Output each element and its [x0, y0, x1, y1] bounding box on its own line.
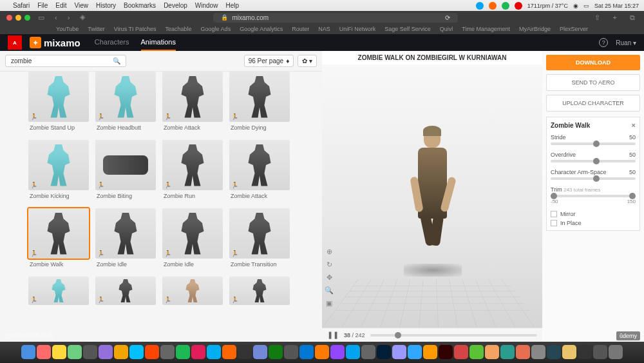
menu-view[interactable]: View: [74, 2, 88, 9]
dock-app-icon[interactable]: [562, 345, 576, 359]
animation-card[interactable]: 🏃Zombie Attack: [162, 72, 223, 133]
dock-app-icon[interactable]: [222, 345, 236, 359]
slider-track[interactable]: [551, 177, 636, 180]
slider-thumb[interactable]: [593, 141, 600, 147]
menu-history[interactable]: History: [96, 2, 116, 9]
dock-app-icon[interactable]: [609, 345, 623, 359]
bookmark-item[interactable]: YouTube: [56, 26, 79, 32]
dock-app-icon[interactable]: [207, 345, 221, 359]
dock-app-icon[interactable]: [52, 345, 66, 359]
tab-animations[interactable]: Animations: [141, 34, 176, 51]
slider-thumb[interactable]: [593, 175, 600, 182]
animation-card[interactable]: 🏃Zombie Biting: [95, 140, 156, 202]
dock-app-icon[interactable]: [547, 345, 561, 359]
bookmark-item[interactable]: NAS: [318, 26, 330, 32]
tabs-icon[interactable]: ⧉: [627, 14, 638, 22]
sidebar-toggle-icon[interactable]: ▭: [35, 14, 47, 22]
url-bar[interactable]: 🔒 mixamo.com ⟳: [213, 13, 458, 23]
datetime[interactable]: Sat 25 Mar 15:27: [594, 3, 639, 9]
mirror-checkbox[interactable]: Mirror: [551, 211, 636, 217]
globe-tool-icon[interactable]: ⊕: [325, 248, 334, 257]
dock-app-icon[interactable]: [439, 345, 453, 359]
animation-card[interactable]: 🏃Zombie Dying: [229, 72, 290, 133]
shield-icon[interactable]: ◈: [77, 13, 88, 23]
battery-icon[interactable]: ▭: [583, 3, 589, 9]
bookmark-item[interactable]: Quivl: [440, 26, 453, 32]
fan-temp-status[interactable]: 1711rpm / 37°C: [527, 3, 568, 9]
dock-app-icon[interactable]: [346, 345, 360, 359]
app-name[interactable]: Safari: [13, 2, 30, 9]
user-menu[interactable]: Ruan ▾: [616, 39, 636, 46]
animation-card[interactable]: 🏃Zombie Transition: [229, 208, 290, 270]
tab-characters[interactable]: Characters: [95, 34, 129, 51]
dock-app-icon[interactable]: [299, 345, 314, 359]
dock-app-icon[interactable]: [408, 345, 422, 359]
pause-button[interactable]: ❚❚: [327, 331, 339, 339]
animation-card[interactable]: 🏃Zombie Kicking: [28, 140, 89, 202]
slider-thumb[interactable]: [593, 158, 600, 164]
rotate-tool-icon[interactable]: ↻: [325, 260, 334, 270]
dock-app-icon[interactable]: [578, 345, 592, 359]
dock-app-icon[interactable]: [361, 345, 375, 359]
status-icon[interactable]: [489, 2, 497, 10]
dock-app-icon[interactable]: [253, 345, 267, 359]
adobe-logo[interactable]: A: [8, 35, 22, 50]
dock-app-icon[interactable]: [392, 345, 406, 359]
bookmark-item[interactable]: Twitter: [88, 26, 105, 32]
animation-card[interactable]: 🏃Zombie Stand Up: [28, 72, 89, 133]
dock-app-icon[interactable]: [269, 345, 283, 359]
animation-card[interactable]: 🏃Zombie Run: [162, 140, 223, 202]
dock-app-icon[interactable]: [238, 345, 252, 359]
dock-app-icon[interactable]: [423, 345, 437, 359]
bookmark-item[interactable]: Google Ads: [201, 26, 231, 32]
new-tab-icon[interactable]: +: [611, 14, 620, 21]
pan-tool-icon[interactable]: ✥: [325, 273, 334, 282]
trim-slider[interactable]: [551, 195, 636, 197]
dock-app-icon[interactable]: [83, 345, 97, 359]
dock-app-icon[interactable]: [99, 345, 113, 359]
refresh-icon[interactable]: ⟳: [445, 14, 450, 21]
dock-app-icon[interactable]: [129, 345, 144, 359]
dock-app-icon[interactable]: [516, 345, 530, 359]
upload-character-button[interactable]: UPLOAD CHARACTER: [546, 95, 640, 112]
menu-develop[interactable]: Develop: [164, 2, 187, 9]
download-button[interactable]: DOWNLOAD: [546, 55, 640, 70]
bookmark-item[interactable]: Teachable: [166, 26, 192, 32]
bookmark-item[interactable]: MyAirBridge: [519, 26, 551, 32]
dock-app-icon[interactable]: [37, 345, 51, 359]
bookmark-item[interactable]: UniFi Network: [339, 26, 376, 32]
trim-thumb-start[interactable]: [551, 193, 557, 199]
animation-card[interactable]: 🏃: [28, 277, 89, 305]
animation-card[interactable]: 🏃Zombie Walk: [28, 208, 89, 270]
in-place-checkbox[interactable]: In Place: [551, 220, 636, 226]
dock-app-icon[interactable]: [377, 345, 391, 359]
bookmark-item[interactable]: Google Analytics: [240, 26, 283, 32]
wifi-icon[interactable]: ◉: [573, 3, 578, 9]
back-button[interactable]: ‹: [52, 14, 60, 21]
search-input[interactable]: zombie 🔍: [5, 55, 126, 67]
dock-app-icon[interactable]: [21, 345, 35, 359]
dock-app-icon[interactable]: [114, 345, 128, 359]
viewport-3d[interactable]: ⊕ ↻ ✥ 🔍 ▣: [322, 64, 542, 328]
dock-app-icon[interactable]: [500, 345, 515, 359]
animation-card[interactable]: 🏃Zombie Idle: [95, 208, 156, 270]
timeline-thumb[interactable]: [395, 332, 401, 338]
status-icon[interactable]: [476, 2, 484, 10]
menu-help[interactable]: Help: [225, 2, 239, 9]
slider-track[interactable]: [551, 160, 636, 162]
forward-button[interactable]: ›: [65, 14, 73, 21]
dock-app-icon[interactable]: [330, 345, 345, 359]
window-close[interactable]: [6, 15, 12, 21]
trim-thumb-end[interactable]: [629, 193, 636, 199]
bookmark-item[interactable]: Time Management: [462, 26, 510, 32]
dock-app-icon[interactable]: [68, 345, 82, 359]
menu-window[interactable]: Window: [195, 2, 218, 9]
animation-card[interactable]: 🏃Zombie Attack: [229, 140, 290, 202]
dock-app-icon[interactable]: [485, 345, 499, 359]
menu-file[interactable]: File: [37, 2, 48, 9]
status-icon[interactable]: [515, 2, 522, 10]
dock-app-icon[interactable]: [191, 345, 205, 359]
search-icon[interactable]: 🔍: [113, 57, 120, 64]
animation-card[interactable]: 🏃Zombie Idle: [162, 208, 223, 270]
bookmark-item[interactable]: PlexServer: [560, 26, 588, 32]
